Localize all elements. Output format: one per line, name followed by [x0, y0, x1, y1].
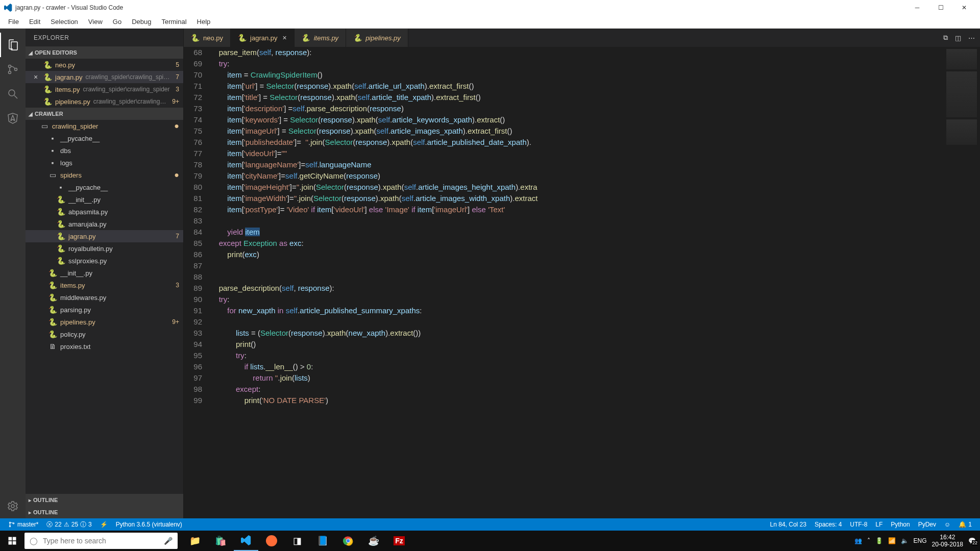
- file-item[interactable]: 🐍abpasmita.py: [26, 206, 183, 218]
- tray-chevron-icon[interactable]: ˄: [867, 537, 870, 544]
- activity-scm-icon[interactable]: [0, 57, 26, 82]
- vscode-taskbar-icon[interactable]: [234, 531, 258, 551]
- more-icon[interactable]: ⋯: [968, 34, 975, 42]
- file-explorer-icon[interactable]: 📁: [183, 531, 207, 551]
- status-sync-icon[interactable]: ⚡: [96, 521, 112, 528]
- problems-badge: 3: [173, 282, 179, 289]
- python-file-icon: 🐍: [56, 219, 65, 229]
- code-content[interactable]: parse_item(self, response): try: item = …: [210, 47, 939, 518]
- file-item[interactable]: 🐍amarujala.py: [26, 218, 183, 230]
- file-item[interactable]: 🐍parsing.py: [26, 304, 183, 316]
- window-maximize-button[interactable]: ☐: [929, 0, 952, 15]
- action-center-icon[interactable]: 💬22: [968, 537, 976, 544]
- status-encoding[interactable]: UTF-8: [846, 521, 871, 528]
- minimap[interactable]: [939, 47, 980, 518]
- file-item[interactable]: 🐍policy.py: [26, 328, 183, 340]
- status-bell[interactable]: 🔔1: [954, 521, 976, 528]
- file-item[interactable]: 🐍middlewares.py: [26, 291, 183, 304]
- volume-icon[interactable]: 🔈: [901, 537, 909, 544]
- folder-item[interactable]: ▭crawling_spider●: [26, 120, 183, 132]
- window-close-button[interactable]: ✕: [952, 0, 976, 15]
- file-item[interactable]: 🐍royalbulletin.py: [26, 242, 183, 255]
- close-icon[interactable]: ×: [283, 34, 287, 42]
- section-outline-1[interactable]: ▸OUTLINE: [26, 494, 183, 506]
- folder-item[interactable]: ▪__pycache__: [26, 132, 183, 144]
- open-editor-item[interactable]: 🐍items.pycrawling_spider\crawling_spider…: [26, 83, 183, 95]
- menu-edit[interactable]: Edit: [24, 17, 45, 27]
- menubar: FileEditSelectionViewGoDebugTerminalHelp: [0, 15, 980, 29]
- status-language[interactable]: Python: [887, 521, 914, 528]
- editor-tab[interactable]: 🐍items.py: [295, 29, 346, 47]
- start-button[interactable]: [0, 531, 24, 551]
- tree-label: royalbulletin.py: [68, 245, 113, 253]
- battery-icon[interactable]: 🔋: [875, 537, 883, 544]
- menu-terminal[interactable]: Terminal: [156, 17, 191, 27]
- taskbar-clock[interactable]: 16:42 20-09-2018: [932, 534, 963, 548]
- svg-rect-10: [9, 541, 12, 545]
- section-outline-2[interactable]: ▸OUTLINE: [26, 506, 183, 518]
- activity-angular-icon[interactable]: [0, 106, 26, 131]
- chrome-icon[interactable]: [336, 531, 360, 551]
- activity-explorer-icon[interactable]: [0, 33, 26, 57]
- file-name: neo.py: [55, 61, 75, 69]
- status-bar: master* ⓧ22 ⚠25 ⓘ3 ⚡ Python 3.6.5 (virtu…: [0, 518, 980, 531]
- folder-item[interactable]: ▭spiders●: [26, 169, 183, 181]
- status-linter[interactable]: PyDev: [914, 521, 940, 528]
- menu-file[interactable]: File: [3, 17, 24, 27]
- tree-label: crawling_spider: [52, 122, 98, 130]
- editor-tab[interactable]: 🐍jagran.py×: [231, 29, 295, 47]
- open-editor-item[interactable]: 🐍pipelines.pycrawling_spider\crawling_sp…: [26, 95, 183, 108]
- language-indicator[interactable]: ENG: [914, 537, 927, 544]
- store-icon[interactable]: 🛍️: [208, 531, 233, 551]
- open-editor-item[interactable]: 🐍neo.py5: [26, 59, 183, 71]
- folder-icon: ▪: [56, 183, 65, 192]
- java-icon[interactable]: ☕: [361, 531, 386, 551]
- menu-help[interactable]: Help: [192, 17, 216, 27]
- status-eol[interactable]: LF: [871, 521, 887, 528]
- mic-icon[interactable]: 🎤: [164, 537, 173, 545]
- file-item[interactable]: 🐍pipelines.py9+: [26, 316, 183, 328]
- code-editor[interactable]: 6869707172737475767778798081828384858687…: [184, 47, 980, 518]
- file-item[interactable]: 🗎proxies.txt: [26, 340, 183, 353]
- activity-settings-icon[interactable]: [0, 494, 26, 518]
- split-editor-icon[interactable]: ◫: [955, 34, 961, 42]
- editor-tab[interactable]: 🐍pipelines.py: [346, 29, 408, 47]
- file-item[interactable]: 🐍items.py3: [26, 279, 183, 291]
- status-interpreter[interactable]: Python 3.6.5 (virtualenv): [112, 521, 186, 528]
- open-editor-item[interactable]: ×🐍jagran.pycrawling_spider\crawling_spid…: [26, 71, 183, 83]
- python-file-icon: 🐍: [43, 72, 52, 82]
- tree-label: __pycache__: [68, 184, 108, 191]
- python-file-icon: 🐍: [48, 305, 57, 314]
- close-icon[interactable]: ×: [34, 73, 41, 81]
- menu-view[interactable]: View: [83, 17, 108, 27]
- notepad-icon[interactable]: 📘: [310, 531, 335, 551]
- file-path: crawling_spider\crawling_spider\spid...: [85, 73, 173, 81]
- status-spaces[interactable]: Spaces: 4: [811, 521, 846, 528]
- status-cursor[interactable]: Ln 84, Col 23: [766, 521, 811, 528]
- status-problems[interactable]: ⓧ22 ⚠25 ⓘ3: [42, 520, 95, 529]
- status-branch[interactable]: master*: [4, 521, 42, 528]
- section-workspace[interactable]: ◢CRAWLER: [26, 108, 183, 120]
- file-item[interactable]: 🐍sslproxies.py: [26, 255, 183, 267]
- file-item[interactable]: 🐍__init__.py: [26, 267, 183, 279]
- taskbar-search[interactable]: ◯ Type here to search 🎤: [24, 533, 178, 549]
- filezilla-icon[interactable]: Fz: [387, 531, 411, 551]
- status-feedback-icon[interactable]: ☺: [940, 521, 954, 528]
- folder-item[interactable]: ▪__pycache__: [26, 181, 183, 193]
- postman-icon[interactable]: [259, 531, 284, 551]
- window-minimize-button[interactable]: ─: [905, 0, 929, 15]
- menu-go[interactable]: Go: [108, 17, 127, 27]
- file-item[interactable]: 🐍__init__.py: [26, 193, 183, 206]
- menu-selection[interactable]: Selection: [45, 17, 83, 27]
- section-open-editors[interactable]: ◢OPEN EDITORS: [26, 46, 183, 59]
- menu-debug[interactable]: Debug: [127, 17, 156, 27]
- editor-tab[interactable]: 🐍neo.py: [184, 29, 231, 47]
- folder-item[interactable]: ▪dbs: [26, 144, 183, 157]
- activity-search-icon[interactable]: [0, 82, 26, 106]
- compare-icon[interactable]: ⧉: [943, 34, 948, 42]
- people-icon[interactable]: 👥: [854, 537, 862, 544]
- folder-item[interactable]: ▪logs: [26, 157, 183, 169]
- wifi-icon[interactable]: 📶: [888, 537, 896, 544]
- file-item[interactable]: 🐍jagran.py7: [26, 230, 183, 242]
- robo3t-icon[interactable]: ◨: [285, 531, 309, 551]
